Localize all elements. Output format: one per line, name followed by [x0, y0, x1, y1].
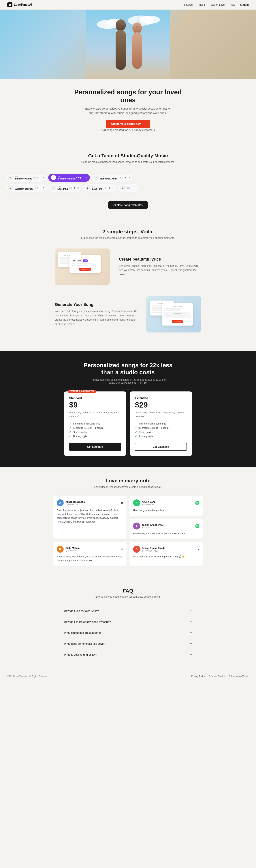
testimonial-5: B Bhanu Pratap Singh @bhanu_pratap_21 ✕ … — [130, 542, 203, 566]
faq-expand-5[interactable]: + — [190, 653, 192, 657]
players-container: ▶ 3:46 In memory annie ⬇ ↗ ▶ 3:28 In mem… — [0, 173, 256, 195]
play-button-5[interactable]: ▶ — [51, 185, 56, 190]
faq-item-3[interactable]: What languages are supported? + — [64, 627, 192, 638]
mockup-generate-btn: Generate ▶ — [172, 320, 183, 323]
hero-image — [0, 10, 256, 79]
faq-expand-4[interactable]: + — [190, 642, 192, 646]
footer-terms[interactable]: Terms of Service — [209, 675, 225, 678]
twitter-icon-5: ✕ — [198, 548, 199, 551]
steps-subtitle: Experience the magic of custom songs, cr… — [7, 237, 249, 239]
hero-section: Personalized songs for your loved ones E… — [0, 79, 256, 144]
song-title-2: In memory annie — [57, 178, 75, 180]
play-button-2[interactable]: ▶ — [51, 175, 56, 180]
download-icon-2[interactable]: ⬇ — [82, 176, 84, 179]
faq-expand-2[interactable]: + — [190, 620, 192, 624]
song-time-1: 3:46 — [15, 176, 32, 178]
mockup-card-right: Choose style Pop Rock Jazz Create Lyrics — [69, 255, 101, 273]
waveform-3 — [119, 176, 123, 179]
standard-plan-card: PERFECT CHOICE FOR YOU Standard $9 Get 2… — [64, 392, 126, 456]
nav-signin[interactable]: Sign In — [240, 3, 249, 6]
faq-item-2[interactable]: How do I share or download my song? + — [64, 616, 192, 627]
faq-subtitle: Everything you need to know for complete… — [7, 595, 249, 598]
faq-question-3: What languages are supported? — [64, 631, 103, 634]
taste-title: Get a Taste of Studio-Quality Music — [7, 153, 249, 159]
t-handle-2: @amay.oh98 — [142, 503, 155, 505]
player-card-2: ▶ 3:28 In memory annie ⬇ ↗ — [48, 174, 90, 182]
testimonial-identity-4: Rishi Mohan @rishiaartist — [65, 547, 80, 552]
nav-features[interactable]: Features — [182, 3, 193, 6]
explore-button[interactable]: Explore Song Examples — [108, 202, 148, 209]
extended-feature-4: ✓Pick any style — [135, 434, 187, 438]
standard-features: ✓4 minutes turnaround time ✓20 credits (… — [69, 422, 121, 438]
steps-title: 2 simple steps. Voilà. — [7, 229, 249, 235]
step-2-desc: With one click, turn your lyrics into a … — [55, 309, 137, 327]
love-title: Love in every note — [7, 478, 249, 484]
nav-wall-of-love[interactable]: Wall of Love — [211, 3, 225, 6]
avatar-3: T — [133, 523, 140, 529]
avatar-4: R — [57, 546, 64, 553]
t-name-3: Tanish Khandelwal — [142, 524, 163, 526]
standard-feature-4: ✓Pick any style — [69, 434, 121, 438]
play-button-7[interactable]: ▶ — [120, 185, 125, 190]
extended-plan-price: $29 — [135, 401, 187, 409]
extended-feature-3: ✓Studio quality — [135, 430, 187, 434]
check-icon: ✓ — [69, 427, 71, 429]
extended-plan-desc: Get 80 fully personalized songs in any s… — [135, 411, 187, 418]
standard-plan-desc: Get 20 fully personalized songs in any s… — [69, 411, 121, 418]
extended-feature-2: ✓80 credits (1 credit = 1 song) — [135, 426, 187, 430]
faq-expand-3[interactable]: + — [190, 631, 192, 635]
whatsapp-icon-3: W — [195, 524, 199, 528]
play-button-6[interactable]: ▶ — [85, 185, 90, 190]
extended-plan-card: Extended $29 Get 80 fully personalized s… — [130, 392, 192, 456]
footer-social-link[interactable]: Follow me on Twitter — [229, 675, 249, 678]
t-name-4: Rishi Mohan — [65, 547, 80, 549]
logo[interactable]: LoveTunesAI — [7, 2, 32, 7]
faq-item-5[interactable]: What is your refund policy? + — [64, 649, 192, 660]
download-icon-4[interactable]: ⬇ — [39, 187, 41, 189]
faq-expand-1[interactable]: + — [190, 609, 192, 613]
download-icon-5[interactable]: ⬇ — [74, 187, 76, 189]
share-icon-6[interactable]: ↗ — [112, 187, 114, 189]
check-icon: ✓ — [135, 427, 137, 429]
check-icon: ✓ — [135, 435, 137, 438]
logo-icon — [7, 2, 12, 7]
mockup-card-song-right: Generate song Style: Pop Generate ▶ — [162, 303, 193, 326]
share-icon-1[interactable]: ↗ — [42, 176, 44, 179]
whatsapp-icon-2: W — [195, 501, 199, 505]
play-button-3[interactable]: ▶ — [94, 175, 99, 180]
download-icon-1[interactable]: ⬇ — [39, 176, 41, 179]
nav-pricing[interactable]: Pricing — [198, 3, 205, 6]
nav-help[interactable]: Help — [230, 3, 235, 6]
hero-cta-button[interactable]: Create your songs now → — [106, 120, 150, 128]
svg-rect-6 — [116, 30, 126, 70]
get-standard-button[interactable]: Get Standard — [69, 443, 121, 451]
player-card-3: ▶ 3:07 Baby boo, Annie ⬇ ↗ — [91, 174, 133, 182]
download-icon-3[interactable]: ⬇ — [125, 176, 126, 179]
testimonial-header-5: B Bhanu Pratap Singh @bhanu_pratap_21 ✕ — [133, 546, 199, 553]
testimonial-header-4: R Rishi Mohan @rishiaartist ✕ — [57, 546, 123, 553]
player-card-6: ▶ 3:47 Love Pihu ⬇ ↗ — [83, 184, 116, 192]
song-info-3: 3:07 Baby boo, Annie — [101, 176, 118, 180]
faq-section: FAQ Everything you need to know for comp… — [0, 577, 256, 671]
footer-privacy[interactable]: Privacy Policy — [191, 675, 205, 678]
share-icon-4[interactable]: ↗ — [42, 187, 44, 189]
steps-section: 2 simple steps. Voilà. Experience the ma… — [0, 218, 256, 351]
get-extended-button[interactable]: Get Extended — [135, 443, 187, 451]
song-time-6: 3:47 — [92, 186, 103, 188]
share-icon-2[interactable]: ↗ — [85, 176, 87, 179]
share-icon-3[interactable]: ↗ — [128, 176, 130, 179]
faq-item-4[interactable]: What does commercial use cover? + — [64, 638, 192, 649]
download-icon-6[interactable]: ⬇ — [108, 187, 110, 189]
platform-icon-5: ✕ — [198, 548, 199, 551]
navigation: LoveTunesAI Features Pricing Wall of Lov… — [0, 0, 256, 10]
players-row-1: ▶ 3:46 In memory annie ⬇ ↗ ▶ 3:28 In mem… — [4, 173, 252, 183]
faq-item-1[interactable]: How do I use my own lyrics? + — [64, 606, 192, 616]
standard-plan-price: $9 — [69, 401, 121, 409]
play-button-1[interactable]: ▶ — [8, 175, 13, 180]
testimonial-identity-5: Bhanu Pratap Singh @bhanu_pratap_21 — [142, 547, 165, 552]
play-button-4[interactable]: ▶ — [8, 185, 13, 190]
share-icon-5[interactable]: ↗ — [77, 187, 79, 189]
step-1-title: Create beautiful lyrics — [119, 257, 201, 261]
pricing-cards: PERFECT CHOICE FOR YOU Standard $9 Get 2… — [64, 392, 192, 456]
svg-point-5 — [116, 19, 126, 31]
